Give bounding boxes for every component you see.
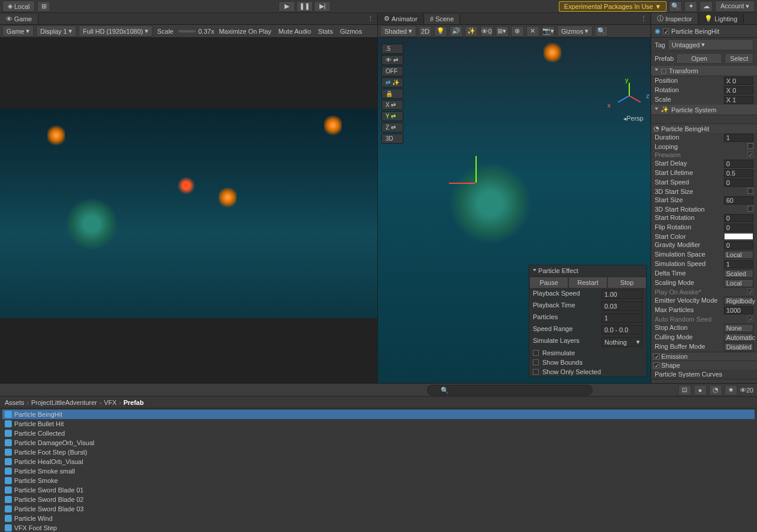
resolution-dropdown[interactable]: Full HD (1920x1080) ▾ bbox=[79, 25, 153, 37]
services-icon[interactable]: ✦ bbox=[684, 1, 697, 12]
color-field[interactable] bbox=[724, 233, 753, 240]
snap-icon[interactable]: ⊕ bbox=[511, 26, 524, 37]
prop-field[interactable]: 60 bbox=[724, 196, 753, 205]
prop-dropdown[interactable]: Local bbox=[724, 251, 753, 259]
fx-icon[interactable]: ✨ bbox=[465, 26, 478, 37]
tab-scene[interactable]: # Scene bbox=[424, 14, 460, 24]
tool-x[interactable]: X ⇄ bbox=[381, 100, 403, 110]
prefab-select-button[interactable]: Select bbox=[724, 53, 753, 64]
asset-list[interactable]: Particle BeingHitParticle Bullet HitPart… bbox=[0, 408, 757, 532]
asset-item[interactable]: Particle Smoke bbox=[2, 476, 755, 485]
particle-restart-button[interactable]: Restart bbox=[568, 277, 607, 288]
prop-checkbox[interactable] bbox=[748, 288, 753, 294]
prefab-open-button[interactable]: Open bbox=[676, 53, 722, 64]
po-value[interactable]: 0.03 bbox=[601, 301, 643, 311]
mute-toggle[interactable]: Mute Audio bbox=[276, 28, 313, 35]
account-button[interactable]: Account ▾ bbox=[715, 1, 755, 12]
po-value[interactable]: 1 bbox=[601, 313, 643, 323]
shading-dropdown[interactable]: Shaded ▾ bbox=[380, 25, 416, 37]
asset-item[interactable]: Particle BeingHit bbox=[2, 410, 755, 419]
crumb[interactable]: Prefab bbox=[124, 399, 144, 406]
breadcrumb[interactable]: Assets›ProjectLittleAdventurer›VFX›Prefa… bbox=[0, 397, 757, 408]
simulate-layers-dropdown[interactable]: Nothing ▾ bbox=[601, 337, 643, 347]
prop-checkbox[interactable] bbox=[748, 143, 753, 149]
grid-icon[interactable]: ⊞▾ bbox=[496, 26, 509, 37]
grid-snap-icon[interactable]: ⊞ bbox=[37, 1, 50, 12]
tab-game[interactable]: 👁 Game bbox=[0, 14, 38, 24]
prop-checkbox[interactable] bbox=[748, 151, 753, 157]
search-icon[interactable]: 🔍 bbox=[669, 1, 682, 12]
gizmo-y-arrow[interactable] bbox=[475, 156, 477, 183]
prop-field[interactable]: 0 bbox=[724, 179, 753, 187]
filter-icon[interactable]: ⊡ bbox=[678, 385, 691, 395]
asset-item[interactable]: Particle Foot Step (Burst) bbox=[2, 447, 755, 457]
scale-x[interactable]: X 1 bbox=[724, 96, 753, 104]
prop-field[interactable]: 0.5 bbox=[724, 169, 753, 177]
prop-dropdown[interactable]: Automatic bbox=[724, 333, 753, 342]
prop-field[interactable]: 0 bbox=[724, 214, 753, 222]
game-viewport[interactable] bbox=[0, 109, 377, 318]
tag-dropdown[interactable]: Untagged ▾ bbox=[668, 39, 753, 50]
tab-menu-icon[interactable]: ⋮ bbox=[637, 15, 651, 22]
tab-inspector[interactable]: ⓘ Inspector bbox=[651, 13, 698, 24]
po-checkbox[interactable] bbox=[533, 369, 539, 375]
prop-field[interactable]: 1 bbox=[724, 134, 753, 142]
particle-system-header[interactable]: ✨ Particle System bbox=[651, 105, 757, 115]
star-icon[interactable]: ★ bbox=[724, 385, 737, 395]
tool-lock[interactable]: 🔒 bbox=[381, 89, 403, 99]
scale-slider[interactable] bbox=[178, 30, 196, 33]
tool-value[interactable]: .5 bbox=[381, 44, 403, 54]
gizmos-dropdown[interactable]: Gizmos ▾ bbox=[557, 25, 593, 37]
asset-item[interactable]: Particle DamageOrb_Visual bbox=[2, 438, 755, 447]
prop-field[interactable]: 0 bbox=[724, 241, 753, 249]
asset-item[interactable]: Particle Sword Blade 03 bbox=[2, 504, 755, 514]
prop-field[interactable]: 1 bbox=[724, 260, 753, 268]
prop-dropdown[interactable]: Rigidbody bbox=[724, 297, 753, 305]
tool-fx[interactable]: ⇄ ✨ bbox=[381, 77, 403, 87]
2d-toggle[interactable]: 2D bbox=[419, 26, 432, 37]
rotation-x[interactable]: X 0 bbox=[724, 86, 753, 95]
asset-item[interactable]: Particle Collected bbox=[2, 429, 755, 438]
prop-checkbox[interactable] bbox=[748, 206, 753, 212]
hidden-icon[interactable]: 👁0 bbox=[480, 26, 493, 37]
po-value[interactable]: 1.00 bbox=[601, 290, 643, 299]
prop-field[interactable]: 0 bbox=[724, 160, 753, 168]
crumb[interactable]: Assets bbox=[5, 399, 24, 406]
audio-icon[interactable]: 🔊 bbox=[449, 26, 462, 37]
po-value[interactable]: 0.0 - 0.0 bbox=[601, 325, 643, 335]
favorite-icon[interactable]: ● bbox=[694, 385, 707, 395]
gizmo-x-arrow[interactable] bbox=[449, 183, 475, 184]
asset-item[interactable]: VFX Foot Step bbox=[2, 523, 755, 532]
enabled-checkbox[interactable] bbox=[663, 28, 669, 34]
prop-dropdown[interactable]: Disabled bbox=[724, 343, 753, 351]
lighting-icon[interactable]: 💡 bbox=[434, 26, 447, 37]
module-header[interactable]: Shape bbox=[651, 361, 757, 369]
scene-viewport[interactable]: .5 👁 ⇄ OFF ⇄ ✨ 🔒 X ⇄ Y ⇄ Z ⇄ 3D y x z ◂P… bbox=[378, 38, 651, 383]
crumb[interactable]: ProjectLittleAdventurer bbox=[31, 399, 97, 406]
tab-menu-icon[interactable]: ⋮ bbox=[364, 15, 377, 22]
tool-3d[interactable]: 3D bbox=[381, 134, 403, 144]
asset-item[interactable]: Particle Sword Blade 02 bbox=[2, 495, 755, 504]
camera-icon[interactable]: 📷▾ bbox=[542, 26, 555, 37]
pause-button[interactable]: ❚❚ bbox=[296, 1, 313, 12]
package-warning[interactable]: Experimental Packages In Use ▼ bbox=[559, 1, 667, 12]
play-button[interactable]: ▶ bbox=[279, 1, 295, 12]
prop-dropdown[interactable]: None bbox=[724, 324, 753, 332]
po-checkbox[interactable] bbox=[533, 359, 539, 365]
asset-item[interactable]: Particle HealOrb_Visual bbox=[2, 457, 755, 466]
crumb[interactable]: VFX bbox=[104, 399, 117, 406]
prop-dropdown[interactable]: Scaled bbox=[724, 270, 753, 278]
tool-y[interactable]: Y ⇄ bbox=[381, 111, 403, 121]
step-button[interactable]: ▶| bbox=[314, 1, 331, 12]
module-header[interactable]: Emission bbox=[651, 352, 757, 361]
gizmos-toggle[interactable]: Gizmos bbox=[338, 28, 364, 35]
project-search-input[interactable] bbox=[427, 385, 593, 395]
object-name[interactable]: Particle BeingHit bbox=[671, 28, 753, 35]
tab-lighting[interactable]: 💡 Lighting bbox=[698, 14, 744, 24]
prop-dropdown[interactable]: Local bbox=[724, 279, 753, 287]
tab-animator[interactable]: ⚙ Animator bbox=[378, 14, 424, 24]
particle-pause-button[interactable]: Pause bbox=[529, 277, 568, 288]
position-x[interactable]: X 0 bbox=[724, 77, 753, 85]
cloud-icon[interactable]: ☁ bbox=[700, 1, 713, 12]
prop-checkbox[interactable] bbox=[748, 316, 753, 322]
